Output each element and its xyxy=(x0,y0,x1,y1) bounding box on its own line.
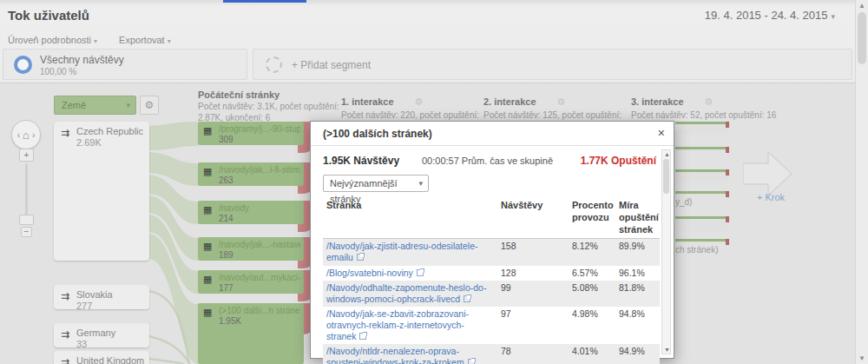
page-node[interactable]: ▦ /navody/aut...mykaci-kod 177 xyxy=(198,270,304,294)
scroll-down-icon[interactable]: ▼ xyxy=(858,354,865,362)
gear-icon[interactable]: ⚙ xyxy=(705,96,713,107)
col-header-visits[interactable]: Návštěvy xyxy=(501,200,572,212)
node-label: /navody/jak...i-fi-sitim xyxy=(219,165,300,175)
page-node-partial[interactable] xyxy=(675,122,729,135)
close-icon[interactable]: × xyxy=(658,126,665,140)
col-header-pct[interactable]: Procento provozu xyxy=(572,200,619,224)
page-link[interactable]: /Navody/jak-se-zbavit-zobrazovani-otravn… xyxy=(326,308,469,341)
table-row: /Navody/ntldr-nenalezen-oprava-spusteni-… xyxy=(323,344,660,364)
dialog-header: (>100 dalších stránek) × xyxy=(311,122,674,146)
page-node[interactable]: ▦ /programy/j...-90-stupnu 309 xyxy=(198,122,304,145)
scrollbar-thumb[interactable] xyxy=(858,12,866,64)
country-value: 2.69K xyxy=(76,137,146,148)
node-value: 214 xyxy=(219,214,300,223)
dimension-dropdown[interactable]: Země ▾ xyxy=(54,96,136,115)
dimension-settings-button[interactable]: ⚙ xyxy=(140,96,159,115)
page-link[interactable]: /Navody/ntldr-nenalezen-oprava-spusteni-… xyxy=(326,346,464,364)
top-header: Tok uživatelů 19. 4. 2015 - 24. 4. 2015▾… xyxy=(0,0,868,83)
table-row: /Navody/jak-zjistit-adresu-odesilatele-e… xyxy=(323,239,660,265)
gear-icon[interactable]: ⚙ xyxy=(415,96,424,107)
page-node[interactable]: ▦ /navody/jak...i-fi-sitim 263 xyxy=(198,162,304,186)
segment-name: Všechny návštěvy xyxy=(40,54,124,66)
external-link-icon[interactable] xyxy=(417,269,424,276)
page-link[interactable]: /Navody/jak-zjistit-adresu-odesilatele-e… xyxy=(326,241,478,262)
transfer-arrows-icon: ⇉ xyxy=(61,127,69,139)
node-value: 1.95K xyxy=(219,316,300,326)
page-node-partial[interactable] xyxy=(675,239,729,242)
table-row: /Blog/svatebni-noviny 128 6.57% 96.1% xyxy=(323,266,660,281)
detail-level-menu[interactable]: Úroveň podrobnosti▾ xyxy=(8,35,97,45)
page-icon: ▦ xyxy=(203,274,212,285)
zoom-slider-track[interactable] xyxy=(25,163,28,217)
date-range-selector[interactable]: 19. 4. 2015 - 24. 4. 2015▾ xyxy=(705,9,835,22)
col-header-exit[interactable]: Míra opuštění stránek xyxy=(619,200,660,235)
country-node-slovakia[interactable]: ⇉ Slovakia 277 xyxy=(54,285,149,309)
scroll-up-icon[interactable]: ▲ xyxy=(858,2,865,10)
external-link-icon[interactable] xyxy=(357,254,364,261)
page-scrollbar[interactable]: ▲ ▼ xyxy=(855,0,868,364)
page-node-partial[interactable] xyxy=(675,169,729,182)
add-segment-button[interactable]: + Přidat segment xyxy=(253,49,852,80)
page-node-partial[interactable] xyxy=(675,216,729,231)
node-label: /navody/jak...-nastaveni xyxy=(219,240,300,249)
page-icon: ▦ xyxy=(203,166,212,177)
external-link-icon[interactable] xyxy=(464,295,470,302)
home-icon[interactable]: ⌂ xyxy=(23,129,30,142)
node-value: 263 xyxy=(219,175,300,185)
page-node-other-pages[interactable]: ▦ (>100 dalši...h stránek) 1.95K xyxy=(198,303,304,364)
zoom-out-button[interactable]: − xyxy=(21,227,32,237)
segment-ring-icon xyxy=(14,56,32,74)
page-node[interactable]: ▦ /navody/jak...-nastaveni 189 xyxy=(198,237,304,261)
stat-exits: 1.77K Opuštění xyxy=(581,155,656,167)
page-node-partial[interactable] xyxy=(675,147,729,150)
view-dropdown[interactable]: Nejvýznamnější stránky ▾ xyxy=(323,175,429,192)
col-header-page[interactable]: Stránka xyxy=(323,200,501,212)
pages-table: Stránka Návštěvy Procento provozu Míra o… xyxy=(323,198,660,364)
external-link-icon[interactable] xyxy=(468,359,475,364)
partial-node-label: ch stránek) xyxy=(675,245,718,255)
country-value: 277 xyxy=(76,301,146,311)
page-link[interactable]: /Blog/svatebni-noviny xyxy=(326,268,413,278)
dialog-title: (>100 dalších stránek) xyxy=(323,128,432,140)
export-menu[interactable]: Exportovat▾ xyxy=(119,35,171,45)
page-node-partial[interactable] xyxy=(675,191,729,195)
add-step-button[interactable]: + Krok xyxy=(757,192,785,202)
scroll-down-icon[interactable]: ▼ xyxy=(664,347,670,353)
pan-left-icon[interactable]: ‹ xyxy=(17,130,20,140)
column-title: Počáteční stránky xyxy=(198,89,341,100)
page-node[interactable]: ▦ /navody 214 xyxy=(198,201,304,224)
country-name: Slovakia xyxy=(76,289,146,300)
gear-icon[interactable]: ⚙ xyxy=(557,96,566,107)
chevron-down-icon: ▾ xyxy=(94,37,97,45)
chevron-down-icon: ▾ xyxy=(126,96,130,114)
node-value: 189 xyxy=(219,250,300,260)
add-segment-label: + Přidat segment xyxy=(292,59,371,71)
page-icon: ▦ xyxy=(203,307,212,318)
segment-all-visits[interactable]: Všechny návštěvy 100,00 % xyxy=(3,49,247,80)
flow-home-control[interactable]: ‹ ⌂ › xyxy=(11,120,41,149)
pan-right-icon[interactable]: › xyxy=(32,130,35,140)
chevron-down-icon: ▾ xyxy=(168,37,171,45)
zoom-in-button[interactable]: + xyxy=(19,149,34,162)
zoom-slider-handle[interactable] xyxy=(19,215,34,225)
scrollbar-thumb[interactable] xyxy=(663,159,669,194)
node-value: 177 xyxy=(219,283,300,293)
country-node-united-kingdom[interactable]: ⇉ United Kingdom xyxy=(54,351,149,364)
chevron-down-icon: ▾ xyxy=(418,175,423,191)
node-label: /navody/aut...mykaci-kod xyxy=(219,273,300,282)
node-details-dialog: (>100 dalších stránek) × 1.95K Návštěvy … xyxy=(310,121,674,359)
page-link[interactable]: /Navody/odhalte-zapomenute-heslo-do-wind… xyxy=(326,282,486,304)
partial-node-label: y_d) xyxy=(675,197,692,207)
external-link-icon[interactable] xyxy=(359,333,366,340)
stat-visits: 1.95K Návštěvy xyxy=(323,155,399,167)
page-icon: ▦ xyxy=(203,125,212,136)
dialog-scrollbar[interactable]: ▲ ▼ xyxy=(661,149,671,354)
report-menu: Úroveň podrobnosti▾ Exportovat▾ xyxy=(8,35,190,45)
add-segment-circle-icon xyxy=(266,56,282,73)
country-node-czech-republic[interactable]: ⇉ Czech Republic 2.69K xyxy=(54,122,149,261)
table-header-row: Stránka Návštěvy Procento provozu Míra o… xyxy=(323,198,660,239)
country-node-germany[interactable]: ⇉ Germany 33 xyxy=(54,323,149,347)
transfer-arrows-icon: ⇉ xyxy=(61,356,69,364)
column-header-interaction-3: 3. interakce⚙ Počet návštěv: 52, počet o… xyxy=(631,93,783,122)
scroll-up-icon[interactable]: ▲ xyxy=(664,151,670,157)
